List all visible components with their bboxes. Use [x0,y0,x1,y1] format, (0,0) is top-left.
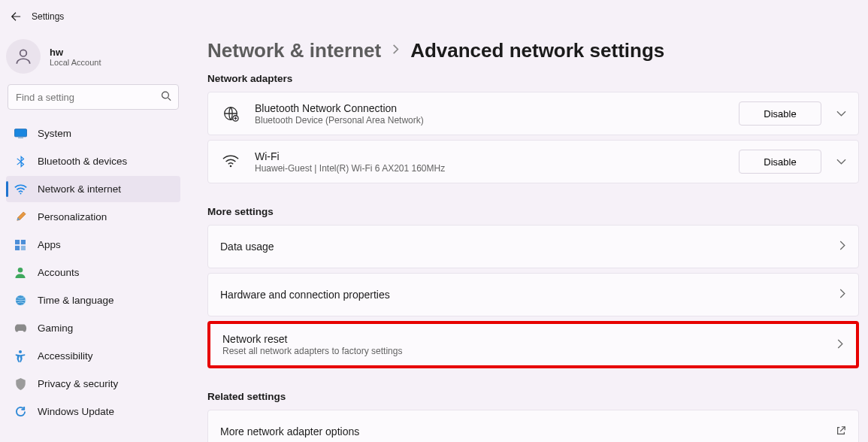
bluetooth-icon [14,156,27,168]
sidebar-item-label: Windows Update [38,406,114,417]
sidebar-item-label: System [38,128,71,139]
section-label-more: More settings [207,206,859,217]
display-icon [14,129,27,139]
svg-rect-2 [14,129,26,136]
section-label-related: Related settings [207,391,859,402]
sidebar-item-bluetooth[interactable]: Bluetooth & devices [6,148,180,174]
chevron-right-icon [839,289,846,301]
sidebar-item-update[interactable]: Windows Update [6,398,180,425]
sidebar-item-personalization[interactable]: Personalization [6,204,180,230]
page-title: Advanced network settings [410,39,664,62]
shield-icon [14,378,27,390]
setting-title: More network adapter options [220,425,828,437]
breadcrumb-parent[interactable]: Network & internet [207,39,381,62]
adapter-sub: Huawei-Guest | Intel(R) Wi-Fi 6 AX201 16… [255,163,739,174]
chevron-down-icon[interactable] [836,156,846,168]
person-icon [14,267,27,278]
settings-card-network-reset[interactable]: Network reset Reset all network adapters… [207,321,859,368]
sidebar-item-label: Personalization [38,211,107,223]
sidebar-item-label: Network & internet [38,183,121,195]
settings-card-data-usage[interactable]: Data usage [207,225,859,268]
sidebar-item-accessibility[interactable]: Accessibility [6,343,180,369]
sidebar-item-time[interactable]: Time & language [6,287,180,313]
svg-point-11 [19,350,22,353]
settings-card-more-adapters[interactable]: More network adapter options [207,410,859,442]
settings-card-hardware[interactable]: Hardware and connection properties [207,273,859,316]
search-icon [161,91,171,104]
paintbrush-icon [14,211,27,223]
sidebar-item-network[interactable]: Network & internet [6,176,180,202]
setting-title: Data usage [220,241,832,253]
svg-rect-7 [15,245,20,250]
header-title: Settings [32,11,64,22]
adapter-card-wifi[interactable]: Wi-Fi Huawei-Guest | Intel(R) Wi-Fi 6 AX… [207,140,859,183]
sidebar-item-label: Gaming [38,322,73,334]
sidebar-item-system[interactable]: System [6,120,180,147]
globe-network-icon [220,105,241,122]
svg-rect-3 [18,137,23,138]
svg-point-14 [230,165,232,168]
adapter-title: Wi-Fi [255,150,739,162]
svg-rect-8 [21,245,26,250]
svg-rect-5 [15,240,20,244]
svg-rect-6 [21,240,26,244]
adapter-sub: Bluetooth Device (Personal Area Network) [255,115,739,126]
open-external-icon [836,425,846,438]
search-input[interactable] [8,84,179,110]
disable-button[interactable]: Disable [739,150,821,174]
globe-clock-icon [14,295,27,306]
accessibility-icon [14,350,27,362]
chevron-right-icon [839,241,846,253]
sidebar-item-label: Accounts [38,267,80,278]
chevron-right-icon [392,43,400,59]
sidebar-item-privacy[interactable]: Privacy & security [6,371,180,397]
adapter-card-bluetooth[interactable]: Bluetooth Network Connection Bluetooth D… [207,92,859,135]
svg-point-4 [20,192,21,194]
setting-title: Network reset [222,333,830,345]
sidebar-item-label: Bluetooth & devices [38,156,127,167]
chevron-down-icon[interactable] [836,107,846,120]
sidebar-item-gaming[interactable]: Gaming [6,315,180,341]
gamepad-icon [14,323,27,333]
svg-point-9 [18,268,23,273]
user-name: hw [50,47,101,58]
disable-button[interactable]: Disable [739,101,821,126]
sidebar-item-label: Accessibility [38,350,93,362]
setting-sub: Reset all network adapters to factory se… [222,346,830,356]
sidebar-item-accounts[interactable]: Accounts [6,259,180,286]
wifi-icon [220,155,241,168]
chevron-right-icon [837,339,844,351]
user-profile[interactable]: hw Local Account [6,36,180,81]
svg-point-1 [162,92,169,98]
wifi-icon [14,184,27,195]
breadcrumb: Network & internet Advanced network sett… [207,39,859,62]
apps-icon [14,240,27,250]
section-label-adapters: Network adapters [207,73,859,84]
svg-point-0 [20,50,27,56]
user-sub: Local Account [50,58,101,67]
avatar [6,39,41,74]
back-arrow-icon[interactable] [11,11,21,22]
sidebar-item-label: Apps [38,239,61,250]
setting-title: Hardware and connection properties [220,289,832,301]
sidebar-item-label: Privacy & security [38,378,118,389]
update-icon [14,406,27,417]
sidebar-item-apps[interactable]: Apps [6,232,180,258]
sidebar-item-label: Time & language [38,295,114,306]
adapter-title: Bluetooth Network Connection [255,102,739,114]
